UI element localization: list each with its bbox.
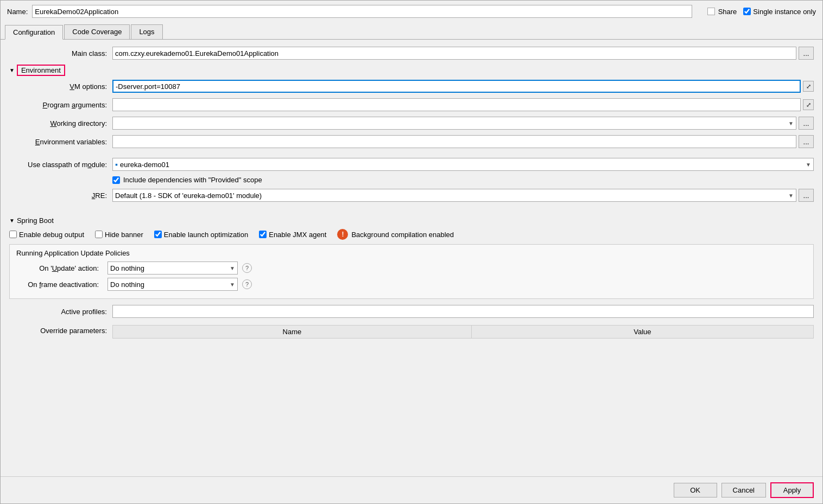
classpath-row: Use classpath of module: ▪ eureka-demo01… [9,157,814,171]
classpath-select[interactable]: ▪ eureka-demo01 ▼ [112,158,814,171]
on-update-label: On 'Update' action: [16,264,103,272]
tab-configuration[interactable]: Configuration [5,25,63,40]
jre-row: JRE: Default (1.8 - SDK of 'eureka-demo0… [9,188,814,202]
on-frame-help-icon[interactable]: ? [242,279,252,289]
jre-value: Default (1.8 - SDK of 'eureka-demo01' mo… [115,192,262,200]
hide-banner-checkbox-label[interactable]: Hide banner [95,231,143,239]
on-update-select[interactable]: Do nothing ▼ [107,261,238,275]
vm-options-row: VM options: ⤢ [9,79,814,93]
name-input[interactable] [32,5,692,18]
run-configuration-dialog: Name: Share Single instance only Configu… [0,0,823,504]
hide-banner-checkbox[interactable] [95,231,103,238]
enable-launch-label: Enable launch optimization [164,231,248,239]
environment-variables-row: Environment variables: ... [9,135,814,149]
single-instance-label: Single instance only [753,8,816,16]
main-content: Main class: ... ▼ Environment VM options… [1,40,822,476]
on-update-value: Do nothing [110,264,144,272]
col-name-header: Name [113,326,472,339]
main-class-browse-button[interactable]: ... [799,47,814,60]
active-profiles-input[interactable] [112,305,814,318]
tab-logs[interactable]: Logs [131,24,162,39]
warning-icon: ! [337,229,348,240]
col-value-header: Value [471,326,813,339]
include-dependencies-row: Include dependencies with "Provided" sco… [112,176,814,184]
program-arguments-row: Program arguments: ⤢ [9,98,814,112]
program-arguments-input[interactable] [112,98,801,111]
environment-variables-input[interactable] [112,135,796,148]
update-policies-title: Running Application Update Policies [16,249,807,257]
environment-section-header: ▼ Environment [9,65,814,76]
working-directory-row: Working directory: ▼ ... [9,116,814,130]
main-class-label: Main class: [9,49,112,58]
enable-debug-checkbox-label[interactable]: Enable debug output [9,231,84,239]
enable-debug-checkbox[interactable] [9,231,17,238]
main-class-field: ... [112,47,814,60]
vm-options-field: ⤢ [112,80,814,93]
program-arguments-label: Program arguments: [9,101,112,109]
vm-label-underline: V [69,82,74,91]
enable-jmx-label: Enable JMX agent [269,231,326,239]
enable-jmx-checkbox-label[interactable]: Enable JMX agent [259,231,326,239]
single-instance-checkbox-label[interactable]: Single instance only [743,8,816,16]
update-policies-section: Running Application Update Policies On '… [9,244,814,299]
single-instance-checkbox[interactable] [743,8,751,15]
share-label: Share [718,8,737,16]
environment-variables-browse-button[interactable]: ... [799,135,814,148]
apply-button[interactable]: Apply [770,482,814,498]
working-directory-select[interactable]: ▼ [112,117,796,130]
header-right-controls: Share Single instance only [707,8,816,16]
on-frame-label: On frame deactivation: [16,280,103,289]
environment-label: Environment [21,66,61,74]
jre-label: JRE: [9,192,112,200]
enable-launch-checkbox-label[interactable]: Enable launch optimization [154,231,248,239]
working-directory-browse-button[interactable]: ... [799,117,814,130]
program-arguments-field: ⤢ [112,98,814,111]
spring-boot-checkboxes: Enable debug output Hide banner Enable l… [9,229,814,240]
on-update-arrow: ▼ [230,265,235,271]
jre-select[interactable]: Default (1.8 - SDK of 'eureka-demo01' mo… [112,189,796,202]
classpath-arrow: ▼ [806,162,811,168]
hide-banner-label: Hide banner [105,231,143,239]
module-icon: ▪ [115,160,118,169]
active-profiles-field [112,305,814,318]
footer: OK Cancel Apply [1,476,822,503]
vm-options-expand-button[interactable]: ⤢ [803,81,814,92]
ok-button[interactable]: OK [674,483,717,497]
share-checkbox[interactable] [707,8,715,15]
working-directory-label: Working directory: [9,119,112,127]
enable-jmx-checkbox[interactable] [259,231,267,238]
tab-code-coverage[interactable]: Code Coverage [64,24,130,39]
jre-arrow: ▼ [788,193,794,199]
vm-options-label: VM options: [9,82,112,91]
background-compilation-label: Background compilation enabled [351,231,454,239]
cancel-button[interactable]: Cancel [721,483,766,497]
vm-options-input[interactable] [112,80,801,93]
jre-browse-button[interactable]: ... [799,189,814,202]
jre-field: Default (1.8 - SDK of 'eureka-demo01' mo… [112,189,814,202]
on-update-help-icon[interactable]: ? [242,263,252,273]
spring-boot-label: Spring Boot [17,216,54,225]
active-profiles-label: Active profiles: [9,308,112,316]
vm-label-rest: M options: [74,82,107,91]
environment-collapse-arrow[interactable]: ▼ [9,67,15,73]
program-arguments-expand-button[interactable]: ⤢ [803,99,814,110]
name-label: Name: [7,8,28,16]
main-class-input[interactable] [112,47,796,60]
environment-variables-field: ... [112,135,814,148]
override-parameters-label: Override parameters: [9,327,112,335]
active-profiles-row: Active profiles: [9,304,814,318]
spring-boot-collapse-arrow[interactable]: ▼ [9,218,15,224]
override-parameters-table: Name Value [112,325,814,339]
include-dependencies-checkbox[interactable] [112,176,120,184]
on-frame-select[interactable]: Do nothing ▼ [107,278,238,291]
override-parameters-field: Name Value [112,323,814,339]
share-checkbox-label[interactable]: Share [707,8,737,16]
spring-boot-header: ▼ Spring Boot [9,216,814,225]
spring-boot-section: ▼ Spring Boot Enable debug output Hide b… [9,216,814,299]
on-frame-arrow: ▼ [230,282,235,288]
classpath-field: ▪ eureka-demo01 ▼ [112,158,814,171]
classpath-label: Use classpath of module: [9,161,112,169]
enable-launch-checkbox[interactable] [154,231,162,238]
working-directory-field: ▼ ... [112,117,814,130]
override-parameters-row: Override parameters: Name Value [9,323,814,339]
